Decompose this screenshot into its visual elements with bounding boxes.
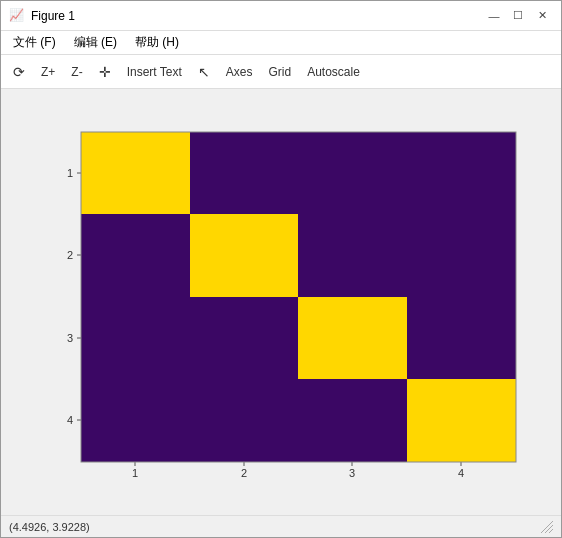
- axes-button[interactable]: Axes: [220, 63, 259, 81]
- grid-button[interactable]: Grid: [263, 63, 298, 81]
- svg-text:3: 3: [67, 332, 73, 344]
- svg-text:2: 2: [67, 249, 73, 261]
- window-title: Figure 1: [31, 9, 75, 23]
- plot-area: 1 2 3 4 1 2 3: [1, 89, 561, 515]
- plot-container: 1 2 3 4 1 2 3: [36, 122, 526, 492]
- coordinates-display: (4.4926, 3.9228): [9, 521, 90, 533]
- svg-line-24: [549, 529, 553, 533]
- svg-text:4: 4: [67, 414, 73, 426]
- select-icon: ↖: [198, 64, 210, 80]
- pan-icon: ✛: [99, 64, 111, 80]
- title-bar-left: 📈 Figure 1: [9, 8, 75, 24]
- home-button[interactable]: ⟳: [7, 62, 31, 82]
- main-window: 📈 Figure 1 — ☐ ✕ 文件 (F) 编辑 (E) 帮助 (H) ⟳ …: [0, 0, 562, 538]
- svg-rect-1: [81, 132, 190, 214]
- home-icon: ⟳: [13, 64, 25, 80]
- svg-line-23: [545, 525, 553, 533]
- svg-text:3: 3: [349, 467, 355, 479]
- resize-grip: [541, 521, 553, 533]
- zoom-out-button[interactable]: Z-: [65, 63, 88, 81]
- menu-edit[interactable]: 编辑 (E): [66, 32, 125, 53]
- menu-help[interactable]: 帮助 (H): [127, 32, 187, 53]
- select-button[interactable]: ↖: [192, 62, 216, 82]
- zoom-in-label: Z+: [41, 65, 55, 79]
- window-icon: 📈: [9, 8, 25, 24]
- autoscale-label: Autoscale: [307, 65, 360, 79]
- title-bar: 📈 Figure 1 — ☐ ✕: [1, 1, 561, 31]
- status-bar: (4.4926, 3.9228): [1, 515, 561, 537]
- menu-bar: 文件 (F) 编辑 (E) 帮助 (H): [1, 31, 561, 55]
- maximize-button[interactable]: ☐: [507, 6, 529, 26]
- insert-text-button[interactable]: Insert Text: [121, 63, 188, 81]
- svg-rect-2: [190, 214, 298, 297]
- plot-canvas[interactable]: 1 2 3 4 1 2 3: [36, 122, 526, 492]
- grid-label: Grid: [269, 65, 292, 79]
- svg-text:1: 1: [132, 467, 138, 479]
- axes-label: Axes: [226, 65, 253, 79]
- svg-rect-4: [407, 379, 516, 462]
- toolbar: ⟳ Z+ Z- ✛ Insert Text ↖ Axes Grid Autosc…: [1, 55, 561, 89]
- insert-text-label: Insert Text: [127, 65, 182, 79]
- zoom-out-label: Z-: [71, 65, 82, 79]
- menu-file[interactable]: 文件 (F): [5, 32, 64, 53]
- svg-text:4: 4: [458, 467, 464, 479]
- zoom-in-button[interactable]: Z+: [35, 63, 61, 81]
- close-button[interactable]: ✕: [531, 6, 553, 26]
- window-controls: — ☐ ✕: [483, 6, 553, 26]
- svg-text:2: 2: [241, 467, 247, 479]
- minimize-button[interactable]: —: [483, 6, 505, 26]
- pan-button[interactable]: ✛: [93, 62, 117, 82]
- autoscale-button[interactable]: Autoscale: [301, 63, 366, 81]
- svg-rect-3: [298, 297, 407, 379]
- svg-text:1: 1: [67, 167, 73, 179]
